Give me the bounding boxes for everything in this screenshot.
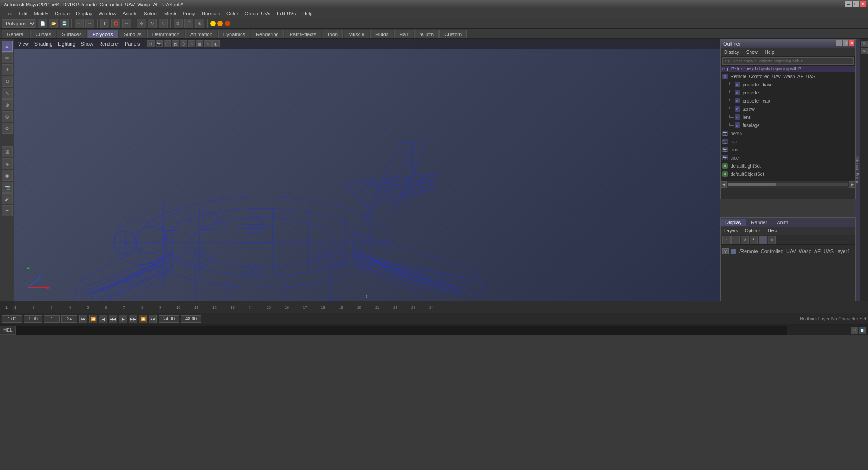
tool-universal[interactable]: ⊕ (2, 99, 13, 110)
menu-modify[interactable]: Modify (31, 10, 51, 17)
vp-menu-lighting[interactable]: Lighting (56, 40, 77, 47)
tool-render[interactable]: ◈ (2, 158, 13, 169)
layer-color-swatch[interactable] (731, 249, 736, 254)
minimize-button[interactable]: ─ (845, 1, 852, 7)
menu-edit-uvs[interactable]: Edit UVs (274, 10, 299, 17)
toolbar-rotate[interactable]: ↻ (148, 19, 157, 28)
outliner-menu-help[interactable]: Help (763, 49, 776, 55)
toolbar-scale[interactable]: ⤡ (159, 19, 168, 28)
outliner-item-top[interactable]: 📷 top (721, 137, 855, 146)
tool-paint-scene[interactable]: 🖌 (2, 193, 13, 204)
maximize-button[interactable]: □ (853, 1, 859, 7)
outliner-menu-show[interactable]: Show (745, 49, 760, 55)
toolbar-undo[interactable]: ↩ (75, 19, 84, 28)
tool-select[interactable]: ▲ (2, 41, 13, 52)
outliner-item-fuselage[interactable]: └─ o fuselage (721, 121, 855, 129)
playback-play-back[interactable]: ◀◀ (109, 315, 117, 323)
vp-icon-light[interactable]: ☀ (204, 40, 212, 47)
menu-create-uvs[interactable]: Create UVs (242, 10, 273, 17)
cb-icon-delete-layer[interactable]: − (731, 236, 740, 244)
outliner-menu-display[interactable]: Display (722, 49, 741, 55)
polygon-mode-select[interactable]: Polygons (2, 19, 36, 28)
tab-hair[interactable]: Hair (394, 30, 413, 38)
outliner-search-input[interactable] (722, 57, 854, 65)
tool-soft-mod[interactable]: ◎ (2, 111, 13, 122)
toolbar-open[interactable]: 📂 (49, 19, 58, 28)
menu-proxy[interactable]: Proxy (180, 10, 198, 17)
tool-paint-select[interactable]: ✏ (2, 52, 13, 63)
outliner-item-screw[interactable]: └─ o screw (721, 105, 855, 113)
menu-mesh[interactable]: Mesh (161, 10, 179, 17)
outliner-item-default-object-set[interactable]: ⊕ defaultObjectSet (721, 170, 855, 178)
tool-scale[interactable]: ⤡ (2, 88, 13, 99)
tab-deformation[interactable]: Deformation (147, 30, 184, 38)
playback-prev-key[interactable]: ⏪ (89, 315, 97, 323)
tab-custom[interactable]: Custom (439, 30, 467, 38)
menu-edit[interactable]: Edit (16, 10, 30, 17)
outliner-item-default-light-set[interactable]: ⊕ defaultLightSet (721, 162, 855, 170)
toolbar-redo[interactable]: ↪ (85, 19, 94, 28)
outliner-maximize[interactable]: □ (843, 40, 848, 46)
outliner-item-uav-group[interactable]: G Remote_Controlled_UAV_Wasp_AE_UAS (721, 72, 855, 80)
cb-menu-help[interactable]: Help (766, 228, 779, 234)
tab-curves[interactable]: Curves (30, 30, 56, 38)
tab-rendering[interactable]: Rendering (251, 30, 284, 38)
tab-muscle[interactable]: Muscle (344, 30, 369, 38)
cb-tab-anim[interactable]: Anim (772, 219, 793, 226)
outliner-minimize[interactable]: ─ (836, 40, 842, 46)
timeline-ruler[interactable]: 1 2 3 4 5 6 7 8 9 10 11 12 13 14 15 16 1… (14, 301, 868, 313)
vp-icon-texture[interactable]: ▦ (196, 40, 203, 47)
toolbar-new[interactable]: 📄 (38, 19, 47, 28)
tab-ncloth[interactable]: nCloth (414, 30, 439, 38)
cb-tab-display[interactable]: Display (721, 219, 746, 226)
close-button[interactable]: ✕ (860, 1, 866, 7)
outliner-content[interactable]: G Remote_Controlled_UAV_Wasp_AE_UAS └─ o… (721, 72, 855, 181)
tab-general[interactable]: General (2, 30, 29, 38)
menu-normals[interactable]: Normals (199, 10, 223, 17)
script-type-tab[interactable]: MEL (0, 326, 16, 335)
menu-help[interactable]: Help (300, 10, 316, 17)
vp-icon-select-all[interactable]: ⊡ (164, 40, 171, 47)
outliner-item-lens[interactable]: └─ o lens (721, 113, 855, 121)
mel-input[interactable] (16, 326, 787, 335)
viewport[interactable]: View Shading Lighting Show Renderer Pane… (14, 39, 720, 301)
outliner-item-propeller-base[interactable]: └─ o propeller_base (721, 80, 855, 89)
tool-grease-pencil[interactable]: ✒ (2, 205, 13, 216)
toolbar-select[interactable]: ⬆ (100, 19, 109, 28)
range-start-input[interactable] (2, 315, 22, 323)
toolbar-snap-point[interactable]: ⊕ (195, 19, 204, 28)
playback-next-frame[interactable]: ▶▶ (129, 315, 137, 323)
playback-next-key[interactable]: ⏩ (139, 315, 147, 323)
vp-menu-show[interactable]: Show (79, 40, 95, 47)
tab-painteffects[interactable]: PaintEffects (285, 30, 321, 38)
menu-display[interactable]: Display (73, 10, 95, 17)
toolbar-move[interactable]: ✛ (137, 19, 146, 28)
playback-start-input[interactable] (24, 315, 42, 323)
cb-menu-layers[interactable]: Layers (722, 228, 740, 234)
playback-play-forward[interactable]: ▶ (119, 315, 127, 323)
playback-end-input[interactable] (61, 315, 77, 323)
edge-icon-2[interactable]: ⊠ (861, 48, 868, 54)
range-end-2-input[interactable] (181, 315, 201, 323)
render-quality-3[interactable] (225, 21, 230, 26)
outliner-item-side[interactable]: 📷 side (721, 154, 855, 162)
cb-menu-options[interactable]: Options (743, 228, 762, 234)
outliner-item-propeller[interactable]: └─ o propeller (721, 89, 855, 97)
vp-icon-shading[interactable]: ◩ (172, 40, 179, 47)
menu-file[interactable]: File (2, 10, 15, 17)
playback-go-start[interactable]: ⏮ (79, 315, 87, 323)
vp-menu-view[interactable]: View (16, 40, 31, 47)
tab-polygons[interactable]: Polygons (87, 30, 118, 38)
cb-icon-layer-color[interactable] (759, 236, 767, 244)
layer-visibility-btn[interactable]: V (722, 248, 729, 254)
outliner-scrollbar[interactable]: ◀ ▶ (721, 181, 855, 188)
bottom-icon-1[interactable]: ⚙ (851, 327, 858, 334)
bottom-icon-2[interactable]: 📊 (859, 327, 866, 334)
outliner-item-front[interactable]: 📷 front (721, 146, 855, 154)
range-end-1-input[interactable] (159, 315, 179, 323)
render-quality-2[interactable] (217, 21, 223, 26)
playback-prev-frame[interactable]: ◀ (99, 315, 107, 323)
vp-menu-panels[interactable]: Panels (123, 40, 142, 47)
tool-show-manip[interactable]: ⚙ (2, 123, 13, 134)
tab-dynamics[interactable]: Dynamics (218, 30, 250, 38)
